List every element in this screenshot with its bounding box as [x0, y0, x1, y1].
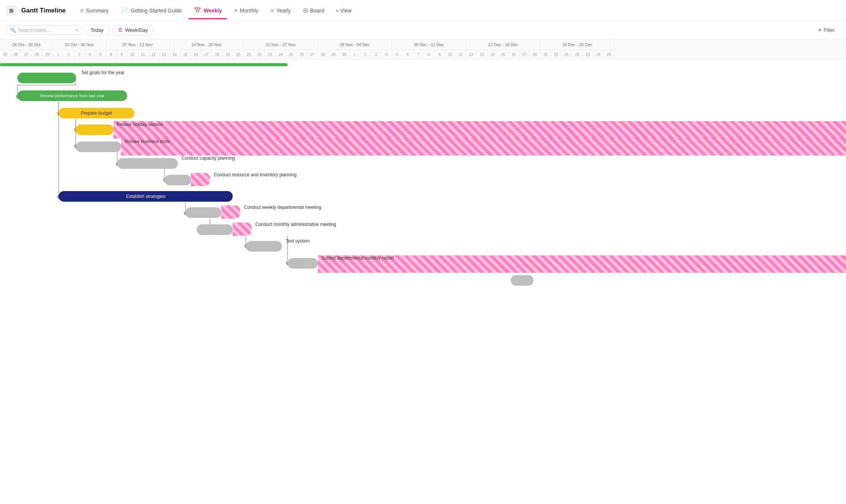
day-cell: 29: [328, 50, 339, 59]
task-bar-13[interactable]: [511, 275, 533, 286]
task-label-9: Conduct weekly departmental meeting: [244, 205, 321, 210]
task-label-7: Conduct resource and inventory planning: [214, 172, 297, 177]
yearly-icon: ≡: [271, 7, 274, 14]
task-label-10: Conduct monthly administrative meeting: [255, 222, 336, 227]
task-bar-6[interactable]: [117, 158, 178, 169]
day-cell: 15: [180, 50, 191, 59]
task-label-4: Review holiday season: [117, 122, 163, 127]
day-cell: 1: [350, 50, 360, 59]
day-cell: 10: [445, 50, 456, 59]
task-bar-11[interactable]: [246, 241, 282, 252]
day-cell: 12: [466, 50, 477, 59]
search-icon: 🔍: [10, 28, 16, 33]
top-navigation: ⊞ Gantt Timeline ≡ Summary 📄 Getting Sta…: [0, 0, 846, 21]
search-chevron-icon: ▾: [76, 28, 78, 32]
day-cell: 14: [487, 50, 498, 59]
day-cell: 25: [604, 50, 614, 59]
task-3-label-inside: Prepare budget: [81, 110, 112, 116]
tab-getting-started[interactable]: 📄 Getting Started Guide: [115, 5, 187, 16]
day-cell: 12: [148, 50, 159, 59]
day-cell: 25: [0, 50, 11, 59]
day-cell: 9: [434, 50, 445, 59]
week-cell: 07 Nov - 13 Nov: [106, 39, 170, 50]
weekly-icon: 📅: [194, 7, 201, 14]
task-bar-5-stripe[interactable]: [121, 138, 846, 156]
day-cell: 28: [32, 50, 42, 59]
day-cell: 4: [85, 50, 95, 59]
tab-weekly[interactable]: 📅 Weekly: [188, 5, 227, 16]
day-cell: 13: [477, 50, 487, 59]
task-bar-7[interactable]: [165, 175, 191, 185]
day-cell: 17: [519, 50, 530, 59]
search-input[interactable]: 🔍 Search tasks... ▾: [6, 25, 82, 35]
day-cell: 24: [593, 50, 604, 59]
task-bar-2[interactable]: Review performance from last year: [17, 90, 127, 101]
day-cell: 25: [286, 50, 297, 59]
task-bar-10[interactable]: [197, 224, 233, 235]
week-cell: 12 Dec - 18 Dec: [466, 39, 540, 50]
tab-yearly[interactable]: ≡ Yearly: [265, 5, 296, 16]
day-cell: 6: [403, 50, 413, 59]
task-bar-9-stripe[interactable]: [221, 205, 240, 219]
week-cell: 31 Oct - 06 Nov: [53, 39, 106, 50]
week-cell: 19 Dec - 25 Dec: [540, 39, 614, 50]
app-icon: ⊞: [6, 5, 17, 16]
board-icon: ⊞: [303, 7, 308, 14]
task-bar-5-pill[interactable]: [76, 142, 121, 152]
tab-board[interactable]: ⊞ Board: [298, 5, 330, 16]
day-cell: 7: [413, 50, 424, 59]
filter-icon: ≡: [819, 27, 822, 33]
day-cell: 2: [64, 50, 74, 59]
day-cell: 4: [381, 50, 392, 59]
task-label-6: Conduct capacity planning: [182, 156, 235, 161]
task-bar-12-stripe[interactable]: [318, 255, 846, 273]
task-8-label-inside: Establish strategies: [126, 194, 165, 199]
day-cell: 8: [424, 50, 434, 59]
week-cell: 14 Nov - 20 Nov: [170, 39, 244, 50]
week-cell: 05 Dec - 11 Dec: [392, 39, 466, 50]
day-cell: 21: [244, 50, 254, 59]
week-cell: 24 Oct - 30 Oct: [0, 39, 53, 50]
task-bar-3[interactable]: Prepare budget: [59, 108, 134, 118]
task-bar-4-pill[interactable]: [76, 124, 114, 135]
app-title: Gantt Timeline: [21, 7, 66, 14]
day-cell: 20: [233, 50, 244, 59]
gantt-body: Set goals for the year Review performanc…: [0, 59, 846, 504]
task-label-12: Submit departmental monthly report: [322, 255, 394, 261]
day-cell: 16: [191, 50, 201, 59]
day-cell: 2: [360, 50, 371, 59]
day-cell: 11: [456, 50, 466, 59]
day-cell: 22: [572, 50, 583, 59]
task-bar-9[interactable]: [185, 207, 221, 218]
day-cell: 1: [53, 50, 64, 59]
task-bar-4-stripe[interactable]: [114, 121, 846, 138]
task-bar-7-stripe[interactable]: [191, 173, 210, 186]
filter-button[interactable]: ≡ Filter: [813, 25, 840, 35]
day-cell: 29: [42, 50, 53, 59]
getting-started-icon: 📄: [121, 7, 128, 14]
day-cell: 17: [201, 50, 212, 59]
progress-bar: [0, 63, 288, 66]
summary-icon: ≡: [80, 7, 84, 14]
day-cell: 27: [307, 50, 318, 59]
day-cell: 3: [74, 50, 85, 59]
week-day-button[interactable]: 🗓 Week/Day: [112, 25, 154, 35]
task-bar-8[interactable]: Establish strategies: [59, 191, 233, 202]
day-cell: 11: [138, 50, 148, 59]
add-view-button[interactable]: + View: [331, 5, 356, 16]
gantt-header: 24 Oct - 30 Oct31 Oct - 06 Nov07 Nov - 1…: [0, 39, 846, 59]
task-bar-10-stripe[interactable]: [233, 222, 252, 236]
task-bar-1[interactable]: [17, 73, 76, 83]
day-cell: 15: [498, 50, 509, 59]
today-button[interactable]: Today: [85, 25, 109, 35]
week-cell: 28 Nov - 04 Dec: [318, 39, 392, 50]
day-cell: 22: [254, 50, 265, 59]
task-label-5: Review business tools: [125, 139, 170, 144]
day-cell: 30: [339, 50, 350, 59]
task-bar-12-pill[interactable]: [288, 258, 318, 269]
day-cell: 18: [530, 50, 540, 59]
tab-monthly[interactable]: ≡ Monthly: [229, 5, 263, 16]
monthly-icon: ≡: [234, 7, 237, 14]
day-cell: 10: [127, 50, 138, 59]
tab-summary[interactable]: ≡ Summary: [75, 5, 114, 16]
